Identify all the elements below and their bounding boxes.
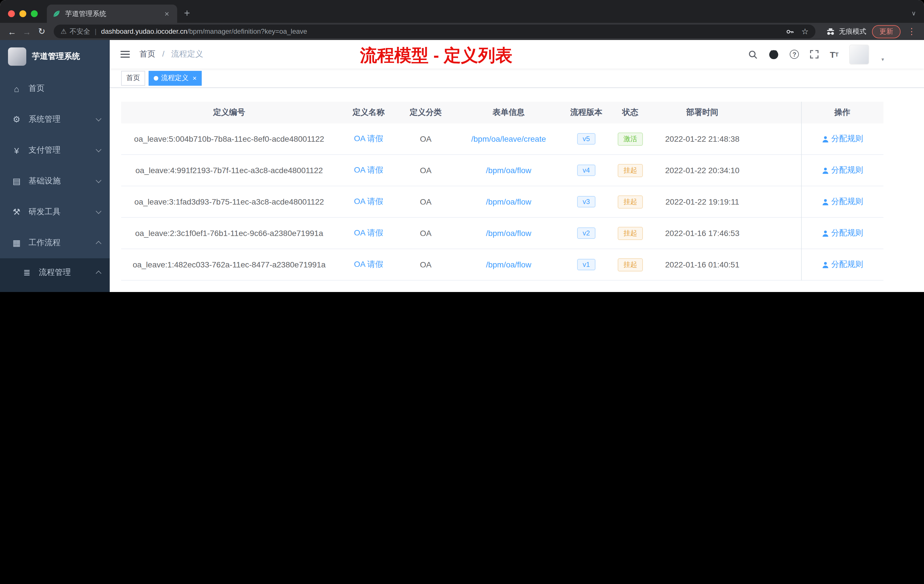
- incognito-icon: [826, 26, 835, 36]
- cell-definition-id: oa_leave:4:991f2193-7b7f-11ec-a3c8-acde4…: [121, 155, 337, 186]
- definition-name-link[interactable]: OA 请假: [354, 196, 383, 207]
- sidebar-item-workflow[interactable]: ▦ 工作流程: [0, 228, 110, 258]
- tab-close-icon[interactable]: ×: [162, 9, 172, 18]
- assign-rule-link[interactable]: 分配规则: [822, 134, 863, 144]
- sidebar-item-system[interactable]: ⚙ 系统管理: [0, 104, 110, 135]
- breadcrumb-home[interactable]: 首页: [139, 49, 155, 58]
- minimize-window-button[interactable]: [20, 10, 26, 17]
- bookmark-star-icon[interactable]: ☆: [802, 27, 808, 36]
- url-host: dashboard.yudao.iocoder.cn: [101, 27, 187, 35]
- sidebar-item-payment[interactable]: ¥ 支付管理: [0, 135, 110, 166]
- url-separator: |: [95, 27, 97, 35]
- cell-deploy-time: 2022-01-22 20:34:10: [654, 155, 751, 186]
- fullscreen-icon[interactable]: [810, 50, 819, 59]
- definition-name-link[interactable]: OA 请假: [354, 228, 383, 238]
- browser-tab[interactable]: 芋道管理系统 ×: [47, 5, 177, 23]
- user-avatar[interactable]: [850, 44, 870, 64]
- font-size-icon[interactable]: TT: [830, 49, 838, 59]
- cell-definition-id: oa_leave:2:3c1f0ef1-76b1-11ec-9c66-a2380…: [121, 218, 337, 249]
- hamburger-icon[interactable]: [120, 50, 130, 59]
- new-tab-button[interactable]: +: [184, 7, 190, 20]
- definition-name-link[interactable]: OA 请假: [354, 134, 383, 144]
- assign-rule-link[interactable]: 分配规则: [822, 228, 863, 238]
- server-icon: ▤: [12, 176, 22, 186]
- version-badge: v5: [577, 133, 596, 145]
- browser-toolbar: ← → ↻ ⚠ 不安全 | dashboard.yudao.iocoder.cn…: [0, 23, 924, 40]
- cell-definition-id: oa_leave:1:482ec033-762a-11ec-8477-a2380…: [121, 249, 337, 280]
- github-icon[interactable]: [769, 49, 779, 59]
- assign-rule-link[interactable]: 分配规则: [822, 165, 863, 175]
- table-row: oa_leave:3:1fad3d93-7b75-11ec-a3c8-acde4…: [121, 186, 883, 218]
- app-header: 首页 / 流程定义 流程模型 - 定义列表 ? TT: [110, 40, 924, 69]
- sidebar-item-process-form[interactable]: ▧ 流程表单: [0, 287, 110, 292]
- sidebar-item-home[interactable]: ⌂ 首页: [0, 73, 110, 104]
- app-root: 芋道管理系统 ⌂ 首页 ⚙ 系统管理 ¥ 支付管理 ▤ 基础设施: [0, 40, 924, 292]
- back-button[interactable]: ←: [5, 26, 20, 36]
- avatar-caret-icon[interactable]: ▾: [881, 56, 884, 62]
- yen-icon: ¥: [12, 145, 22, 155]
- cell-category: OA: [400, 249, 451, 280]
- breadcrumb: 首页 / 流程定义: [139, 49, 203, 59]
- dashboard-icon: ⌂: [12, 84, 22, 93]
- form-info-link[interactable]: /bpm/oa/flow: [486, 229, 531, 238]
- col-definition-name: 定义名称: [337, 102, 400, 124]
- form-info-link[interactable]: /bpm/oa/flow: [486, 197, 531, 206]
- page-content: 定义编号 定义名称 定义分类 表单信息 流程版本 状态 部署时间 操作 oa_l…: [110, 88, 924, 292]
- header-icons: ? TT ▾: [748, 44, 924, 64]
- cell-category: OA: [400, 218, 451, 249]
- tag-process-definition[interactable]: 流程定义 ×: [148, 71, 202, 86]
- cell-category: OA: [400, 186, 451, 217]
- tab-favicon-leaf-icon: [53, 10, 61, 18]
- brand-title: 芋道管理系统: [32, 51, 80, 62]
- form-info-link[interactable]: /bpm/oa/leave/create: [471, 134, 546, 144]
- list-icon: ≣: [22, 267, 32, 278]
- search-icon[interactable]: [748, 49, 758, 59]
- sidebar-item-devtools[interactable]: ⚒ 研发工具: [0, 196, 110, 228]
- version-badge: v4: [577, 165, 596, 176]
- col-operation: 操作: [801, 102, 883, 124]
- col-process-version: 流程版本: [566, 102, 607, 124]
- tag-home[interactable]: 首页: [121, 71, 145, 86]
- forward-button[interactable]: →: [20, 26, 34, 36]
- sidebar-item-process-management[interactable]: ≣ 流程管理: [0, 258, 110, 287]
- assign-rule-link[interactable]: 分配规则: [822, 196, 863, 207]
- sidebar: 芋道管理系统 ⌂ 首页 ⚙ 系统管理 ¥ 支付管理 ▤ 基础设施: [0, 40, 110, 292]
- form-info-link[interactable]: /bpm/oa/flow: [486, 166, 531, 175]
- reload-button[interactable]: ↻: [34, 26, 49, 36]
- cell-definition-id: oa_leave:3:1fad3d93-7b75-11ec-a3c8-acde4…: [121, 186, 337, 217]
- table-row: oa_leave:2:3c1f0ef1-76b1-11ec-9c66-a2380…: [121, 218, 883, 249]
- zoom-window-button[interactable]: [31, 10, 38, 17]
- definition-name-link[interactable]: OA 请假: [354, 259, 383, 270]
- status-badge: 挂起: [618, 226, 643, 240]
- col-deploy-time: 部署时间: [654, 102, 751, 124]
- tags-view-bar: 首页 流程定义 ×: [110, 69, 924, 88]
- col-definition-id: 定义编号: [121, 102, 337, 124]
- col-status: 状态: [607, 102, 654, 124]
- incognito-badge: 无痕模式: [826, 26, 866, 36]
- workflow-submenu: ≣ 流程管理 ▧ 流程表单 ⚇ 用户分组 ▶ 流程模型 ▣: [0, 258, 110, 292]
- definition-name-link[interactable]: OA 请假: [354, 165, 383, 175]
- cell-category: OA: [400, 124, 451, 154]
- update-button[interactable]: 更新: [872, 25, 901, 38]
- browser-menu-icon[interactable]: ⋮: [904, 26, 919, 36]
- col-form-info: 表单信息: [451, 102, 566, 124]
- tools-icon: ⚒: [12, 207, 22, 217]
- assign-rule-link[interactable]: 分配规则: [822, 259, 863, 270]
- tab-search-chevron-icon[interactable]: ∨: [911, 10, 916, 17]
- form-info-link[interactable]: /bpm/oa/flow: [486, 260, 531, 269]
- brand: 芋道管理系统: [0, 40, 110, 73]
- address-bar[interactable]: ⚠ 不安全 | dashboard.yudao.iocoder.cn /bpm/…: [54, 25, 815, 38]
- version-badge: v1: [577, 259, 596, 270]
- incognito-label: 无痕模式: [839, 26, 866, 36]
- workflow-icon: ▦: [12, 238, 22, 248]
- status-badge: 挂起: [618, 258, 643, 271]
- close-window-button[interactable]: [8, 10, 15, 17]
- cell-category: OA: [400, 155, 451, 186]
- password-key-icon[interactable]: [786, 27, 795, 36]
- chevron-down-icon: [96, 177, 101, 183]
- sidebar-item-infrastructure[interactable]: ▤ 基础设施: [0, 166, 110, 196]
- help-icon[interactable]: ?: [790, 50, 799, 59]
- cell-deploy-time: 2022-01-16 17:46:53: [654, 218, 751, 249]
- table-row: oa_leave:5:004b710b-7b8a-11ec-8ef0-acde4…: [121, 124, 883, 155]
- tag-close-icon[interactable]: ×: [193, 74, 196, 82]
